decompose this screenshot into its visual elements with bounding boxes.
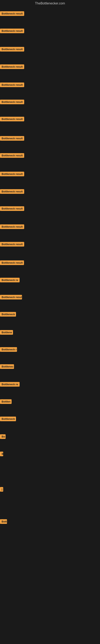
bottleneck-row: Bottleneck result <box>0 117 24 121</box>
bottleneck-row: Bottleneck result <box>0 224 24 229</box>
bottleneck-row: Bottleneck result <box>0 136 24 141</box>
bottleneck-row: Bottleneck resul <box>0 295 22 300</box>
bottleneck-row: Bottleneck result <box>0 64 24 69</box>
bottleneck-result-label[interactable]: Bottleneck result <box>0 11 24 16</box>
bottleneck-result-label[interactable]: Bottleneck result <box>0 64 24 69</box>
bottleneck-result-label[interactable]: Bottleneck result <box>0 100 24 104</box>
bottleneck-result-label[interactable]: Bottleneck <box>0 312 16 316</box>
bottleneck-result-label[interactable]: Bottleneck result <box>0 224 24 229</box>
bottleneck-row: Bottleneck <box>0 416 16 421</box>
bottleneck-result-label[interactable]: Bottleneck result <box>0 47 24 52</box>
bottleneck-result-label[interactable]: Bottleneck re <box>0 382 20 386</box>
bottleneck-row: Bottleneck result <box>0 100 24 104</box>
bottleneck-result-label[interactable]: Bottlen <box>0 399 12 404</box>
bottleneck-row: Bottleneck result <box>0 260 24 265</box>
bottleneck-row: | <box>0 487 3 492</box>
bottleneck-row: Bottleneck result <box>0 153 24 158</box>
bottleneck-result-label[interactable]: Bottleneck result <box>0 206 24 211</box>
bottleneck-result-label[interactable]: Bottleneck result <box>0 260 24 265</box>
bottleneck-row: B <box>0 452 3 456</box>
bottleneck-result-label[interactable]: Bottleneck result <box>0 242 24 246</box>
bottleneck-result-label[interactable]: Bottleneck result <box>0 172 24 176</box>
bottleneck-row: Bottleneck result <box>0 28 24 33</box>
bottleneck-result-label[interactable]: Bottleneck <box>0 416 16 421</box>
site-title: TheBottlenecker.com <box>35 2 65 5</box>
bottleneck-result-label[interactable]: B <box>0 452 3 456</box>
bottleneck-result-label[interactable]: Bottleneck resul <box>0 295 22 300</box>
bottleneck-row: Bottleneck result <box>0 82 24 87</box>
bottleneck-row: Bottleneck result <box>0 47 24 52</box>
bottleneck-row: Bottleneck result <box>0 11 24 16</box>
bottleneck-row: Bottleneck result <box>0 242 24 246</box>
bottleneck-row: Bottleneck r <box>0 347 17 352</box>
bottleneck-result-label[interactable]: Bottleneck result <box>0 136 24 141</box>
bottleneck-row: Bott <box>0 519 7 524</box>
bottleneck-result-label[interactable]: Bottleneck result <box>0 82 24 87</box>
bottleneck-result-label[interactable]: | <box>0 487 3 492</box>
bottleneck-result-label[interactable]: Bottleneck result <box>0 189 24 194</box>
bottleneck-result-label[interactable]: Bottleneck re <box>0 278 20 282</box>
site-header: TheBottlenecker.com <box>0 0 100 8</box>
bottleneck-row: Bottlenec <box>0 364 14 369</box>
bottleneck-result-label[interactable]: Bott <box>0 519 7 524</box>
bottleneck-row: Bottleneck result <box>0 206 24 211</box>
bottleneck-result-label[interactable]: Bottlenec <box>0 364 14 369</box>
bottleneck-row: Bottlen <box>0 399 12 404</box>
bottleneck-result-label[interactable]: Bo <box>0 434 6 439</box>
bottleneck-result-label[interactable]: Bottleneck result <box>0 28 24 33</box>
bottleneck-row: Bottlene <box>0 330 13 335</box>
bottleneck-row: Bottleneck <box>0 312 16 316</box>
bottleneck-result-label[interactable]: Bottleneck result <box>0 153 24 158</box>
bottleneck-row: Bottleneck re <box>0 278 20 282</box>
bottleneck-result-label[interactable]: Bottleneck r <box>0 347 17 352</box>
bottleneck-row: Bottleneck result <box>0 189 24 194</box>
bottleneck-result-label[interactable]: Bottlene <box>0 330 13 335</box>
bottleneck-row: Bottleneck re <box>0 382 20 386</box>
bottleneck-row: Bo <box>0 434 6 439</box>
bottleneck-result-label[interactable]: Bottleneck result <box>0 117 24 121</box>
bottleneck-row: Bottleneck result <box>0 172 24 176</box>
